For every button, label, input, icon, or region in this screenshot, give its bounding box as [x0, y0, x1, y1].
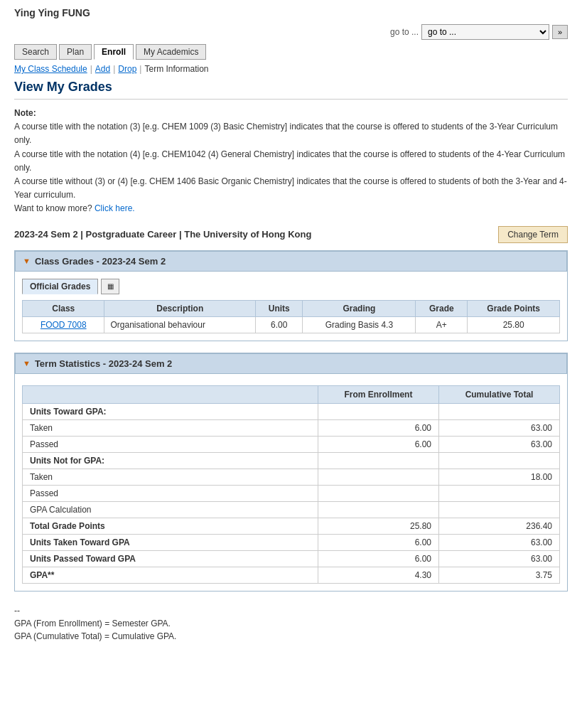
goto-select[interactable]: go to ... — [421, 24, 549, 40]
grades-col-units: Units — [256, 300, 303, 316]
stats-row-1: Taken 6.00 63.00 — [23, 419, 560, 436]
class-grades-triangle-icon: ▼ — [23, 257, 31, 265]
class-grades-title: Class Grades - 2023-24 Sem 2 — [35, 256, 166, 267]
note-line-2: A course title with the notation (4) [e.… — [14, 149, 565, 173]
grades-col-description: Description — [104, 300, 256, 316]
stats-cumulative-total-10: 3.75 — [439, 567, 560, 583]
stats-row-9: Units Passed Toward GPA 6.00 63.00 — [23, 550, 560, 567]
stats-label-2: Passed — [23, 436, 318, 452]
stats-cumulative-total-1: 63.00 — [439, 419, 560, 436]
class-grades-section: ▼ Class Grades - 2023-24 Sem 2 Official … — [14, 250, 568, 341]
note-label: Note: — [14, 108, 36, 118]
tab-my-academics[interactable]: My Academics — [136, 44, 206, 60]
stats-label-4: Taken — [23, 469, 318, 485]
stats-label-3: Units Not for GPA: — [23, 452, 318, 469]
stats-from-enrollment-8: 6.00 — [318, 534, 438, 550]
grades-col-grade-points: Grade Points — [468, 300, 560, 316]
sub-nav-sep2: | — [113, 64, 115, 74]
stats-label-1: Taken — [23, 419, 318, 436]
term-statistics-header: ▼ Term Statistics - 2023-24 Sem 2 — [15, 353, 567, 374]
stats-label-7: Total Grade Points — [23, 518, 318, 534]
grades-row-0: FOOD 7008 Organisational behaviour 6.00 … — [23, 316, 560, 333]
stats-table: From Enrollment Cumulative Total Units T… — [22, 385, 560, 584]
change-term-button[interactable]: Change Term — [498, 226, 568, 243]
stats-label-6: GPA Calculation — [23, 501, 318, 518]
official-grades-tab[interactable]: Official Grades — [22, 279, 98, 294]
footer-line1: GPA (From Enrollment) = Semester GPA. — [14, 619, 568, 628]
class-link[interactable]: FOOD 7008 — [41, 320, 87, 330]
tab-search[interactable]: Search — [14, 44, 57, 60]
stats-cumulative-total-6 — [439, 501, 560, 518]
grades-col-grading: Grading — [303, 300, 416, 316]
stats-from-enrollment-10: 4.30 — [318, 567, 438, 583]
stats-col-from-enrollment: From Enrollment — [318, 385, 438, 403]
stats-cumulative-total-9: 63.00 — [439, 550, 560, 567]
goto-container: go to ... go to ... » — [390, 24, 568, 40]
stats-from-enrollment-7: 25.80 — [318, 518, 438, 534]
stats-label-8: Units Taken Toward GPA — [23, 534, 318, 550]
stats-from-enrollment-0 — [318, 403, 438, 419]
tab-row: Search Plan Enroll My Academics — [14, 44, 568, 60]
stats-cumulative-total-0 — [439, 403, 560, 419]
goto-label: go to ... — [390, 27, 419, 37]
grades-col-class: Class — [23, 300, 104, 316]
stats-row-2: Passed 6.00 63.00 — [23, 436, 560, 452]
term-info-text: 2023-24 Sem 2 | Postgraduate Career | Th… — [14, 229, 311, 240]
sub-nav-drop[interactable]: Drop — [118, 64, 136, 74]
stats-label-5: Passed — [23, 485, 318, 501]
sub-nav-term-information: Term Information — [144, 64, 208, 74]
table-icon: ▦ — [107, 282, 114, 290]
stats-row-0: Units Toward GPA: — [23, 403, 560, 419]
stats-from-enrollment-6 — [318, 501, 438, 518]
sub-nav-sep1: | — [90, 64, 92, 74]
footer-notes: -- GPA (From Enrollment) = Semester GPA.… — [14, 606, 568, 641]
stats-cumulative-total-8: 63.00 — [439, 534, 560, 550]
term-stats-triangle-icon: ▼ — [23, 359, 31, 368]
term-statistics-body: From Enrollment Cumulative Total Units T… — [15, 374, 567, 591]
stats-row-10: GPA** 4.30 3.75 — [23, 567, 560, 583]
stats-label-10: GPA** — [23, 567, 318, 583]
stats-from-enrollment-9: 6.00 — [318, 550, 438, 567]
footer-separator: -- — [14, 606, 568, 616]
stats-row-3: Units Not for GPA: — [23, 452, 560, 469]
class-grades-header: ▼ Class Grades - 2023-24 Sem 2 — [15, 251, 567, 272]
note-line-4: Want to know more? — [14, 203, 92, 213]
stats-cumulative-total-4: 18.00 — [439, 469, 560, 485]
note-line-1: A course title with the notation (3) [e.… — [14, 122, 558, 145]
stats-col-label — [23, 385, 318, 403]
tab-enroll[interactable]: Enroll — [94, 44, 134, 60]
stats-from-enrollment-2: 6.00 — [318, 436, 438, 452]
stats-cumulative-total-3 — [439, 452, 560, 469]
top-nav-row: go to ... go to ... » — [14, 24, 568, 40]
stats-row-4: Taken 18.00 — [23, 469, 560, 485]
sub-nav-my-class-schedule[interactable]: My Class Schedule — [14, 64, 87, 74]
grades-table: Class Description Units Grading Grade Gr… — [22, 300, 560, 333]
stats-from-enrollment-4 — [318, 469, 438, 485]
stats-cumulative-total-7: 236.40 — [439, 518, 560, 534]
stats-row-6: GPA Calculation — [23, 501, 560, 518]
stats-col-cumulative-total: Cumulative Total — [439, 385, 560, 403]
grades-cell-grade-points: 25.80 — [468, 316, 560, 333]
sub-nav: My Class Schedule | Add | Drop | Term In… — [14, 64, 568, 74]
stats-from-enrollment-5 — [318, 485, 438, 501]
footer-line2: GPA (Cumulative Total) = Cumulative GPA. — [14, 631, 568, 641]
stats-cumulative-total-2: 63.00 — [439, 436, 560, 452]
note-click-here-link[interactable]: Click here. — [95, 203, 135, 213]
stats-row-8: Units Taken Toward GPA 6.00 63.00 — [23, 534, 560, 550]
sub-nav-add[interactable]: Add — [95, 64, 110, 74]
tab-plan[interactable]: Plan — [59, 44, 92, 60]
grades-cell-units: 6.00 — [256, 316, 303, 333]
term-info-row: 2023-24 Sem 2 | Postgraduate Career | Th… — [14, 226, 568, 243]
grades-cell-grade: A+ — [416, 316, 468, 333]
stats-label-0: Units Toward GPA: — [23, 403, 318, 419]
grades-icon-btn[interactable]: ▦ — [101, 279, 119, 294]
grades-col-grade: Grade — [416, 300, 468, 316]
grades-cell-class: FOOD 7008 — [23, 316, 104, 333]
user-name: Ying Ying FUNG — [14, 7, 568, 18]
stats-label-9: Units Passed Toward GPA — [23, 550, 318, 567]
grades-cell-description: Organisational behaviour — [104, 316, 256, 333]
goto-button[interactable]: » — [552, 25, 568, 39]
note-box: Note: A course title with the notation (… — [14, 107, 568, 216]
note-line-3: A course title without (3) or (4) [e.g. … — [14, 176, 567, 200]
sub-nav-sep3: | — [139, 64, 141, 74]
